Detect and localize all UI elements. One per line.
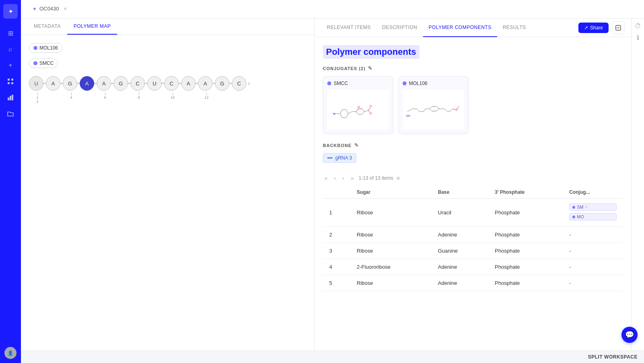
info-side-icon[interactable]: ℹ [637,34,639,41]
next-page-btn[interactable]: › [341,174,346,182]
seq-node-0[interactable]: U [29,76,43,91]
page-title: Polymer components [323,45,419,59]
cell-phosphate-4: Phosphate [488,259,563,275]
seq-node-5[interactable]: G [114,76,128,91]
seq-node-10[interactable]: A [198,76,213,91]
svg-rect-5 [10,96,11,100]
cell-conjugates-3: - [563,243,623,259]
col-sugar: Sugar [350,186,431,199]
ruler-spacer-2 [80,92,97,104]
seq-node-2[interactable]: G [63,76,77,91]
mol106-card-label: MOL106 [409,81,427,86]
chat-button[interactable]: 💬 [621,327,638,343]
svg-rect-4 [8,97,9,100]
ruler-spacer-3 [114,92,130,104]
seq-node-12[interactable]: C [232,76,246,91]
table-row: 2 Ribose Adenine Phosphate - [323,227,623,243]
plus-icon[interactable]: + [3,58,18,73]
table-row: 3 Ribose Guanine Phosphate - [323,243,623,259]
svg-rect-1 [11,79,13,81]
svg-line-40 [436,109,439,111]
left-panel: METADATA POLYMER MAP MOL106 SMCC [21,19,315,351]
svg-line-33 [417,109,419,112]
conjugates-label: CONJUGATES (2) [323,66,365,71]
cell-base-5: Adenine [431,275,488,291]
left-content: MOL106 SMCC U A [21,35,314,351]
chat-icon: 💬 [625,330,634,339]
tab-polymer-map[interactable]: POLYMER MAP [67,19,118,35]
tab-metadata[interactable]: METADATA [27,19,67,35]
last-page-btn[interactable]: » [349,174,355,182]
seq-node-8[interactable]: C [164,76,179,91]
cell-sugar-1: Ribose [350,199,431,227]
clock-side-icon[interactable]: ⏱ [635,23,641,30]
logo-icon[interactable]: ✦ [3,4,18,19]
col-pos [323,186,350,199]
share-button[interactable]: ↗ Share [578,23,609,33]
folder-icon[interactable] [3,106,18,121]
svg-line-12 [346,110,348,114]
export-icon-btn[interactable] [612,21,625,34]
seq-node-6[interactable]: C [130,76,145,91]
ruler-tick [173,92,173,95]
pagination-text: 1-13 of 13 items [359,175,393,181]
grid-icon[interactable]: ⊞ [3,26,18,40]
conjugates-grid: SMCC [323,76,623,134]
ruler-tick [139,92,139,95]
edit-conjugates-icon[interactable]: ✎ [368,65,373,71]
seq-node-1[interactable]: A [46,76,60,91]
top-tab-bar: ✦ OC0430 × [21,0,644,19]
right-top-bar: RELEVANT ITEMS DESCRIPTION POLYMER COMPO… [315,19,631,37]
smcc-card: SMCC [323,76,393,134]
avatar[interactable]: 👤 [4,347,17,359]
svg-line-37 [429,106,432,109]
backbone-tag[interactable]: gRNA 3 [323,153,356,163]
edit-backbone-icon[interactable]: ✎ [354,142,359,148]
cell-pos-4: 4 [323,259,350,275]
svg-line-22 [362,112,364,114]
mol106-card-header: MOL106 [402,81,464,86]
conjugate-badge-mo[interactable]: MO [569,213,617,220]
tab-relevant-items[interactable]: RELEVANT ITEMS [321,19,376,37]
tab-description[interactable]: DESCRIPTION [376,19,423,37]
smcc-dot [33,61,37,65]
seq-node-7[interactable]: U [147,76,162,91]
search-icon[interactable]: ⌕ [3,42,18,56]
share-icon: ↗ [584,25,588,31]
first-page-btn[interactable]: « [323,174,329,182]
bottom-bar[interactable]: SPLIT WORKSPACE [21,351,644,363]
seq-node-11[interactable]: G [215,76,229,91]
svg-line-42 [429,109,432,111]
tab-oc0430[interactable]: ✦ OC0430 × [27,0,71,19]
filter-icon[interactable]: ≡ [396,175,400,181]
smcc-card-dot [327,81,331,85]
conjugate-badge-smc[interactable]: SMC [569,203,617,211]
cell-pos-1: 1 [323,199,350,227]
chart-icon[interactable] [3,90,18,105]
tab-label: OC0430 [39,6,59,12]
mol106-label: MOL106 [39,45,58,51]
smcc-molecule: N O O O [327,89,389,130]
seq-node-3[interactable]: A [80,76,94,91]
tab-close-icon[interactable]: × [64,6,66,12]
backbone-tag-label: gRNA 3 [335,155,352,161]
tab-results[interactable]: RESULTS [497,19,532,37]
mol106-tag[interactable]: MOL106 [29,43,62,53]
col-base: Base [431,186,488,199]
prev-page-btn[interactable]: ‹ [332,174,338,182]
badge-dot2 [572,216,575,218]
seq-node-9[interactable]: A [181,76,196,91]
tab-polymer-components[interactable]: POLYMER COMPONENTS [423,19,497,37]
smcc-card-header: SMCC [327,81,389,86]
cell-pos-5: 5 [323,275,350,291]
ruler-tick [105,92,105,95]
mol106-dot [33,46,37,50]
svg-line-23 [362,109,364,112]
content-area: METADATA POLYMER MAP MOL106 SMCC [21,19,644,351]
table-header-row: Sugar Base 3' Phosphate Conjug... [323,186,623,199]
seq-node-4[interactable]: A [97,76,111,91]
apps-icon[interactable] [3,74,18,89]
cell-sugar-3: Ribose [350,243,431,259]
smcc-tag[interactable]: SMCC [29,58,58,68]
ruler-spacer-4 [147,92,164,104]
